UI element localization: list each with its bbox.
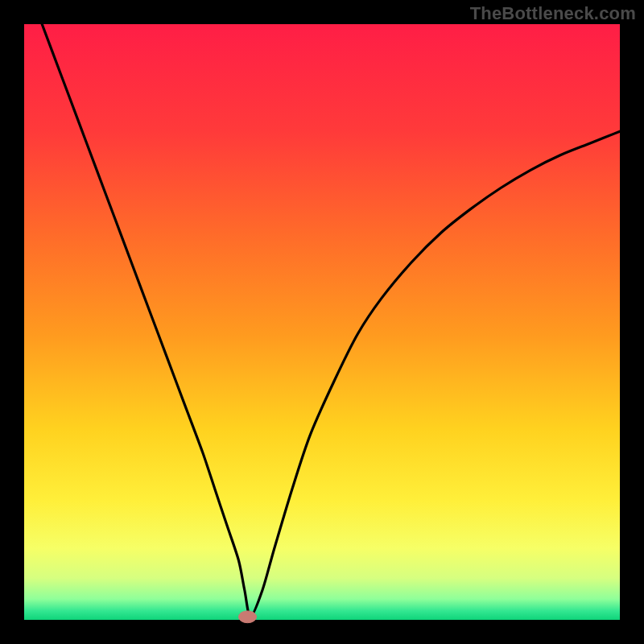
- plot-background: [24, 24, 620, 620]
- chart-frame: { "watermark": "TheBottleneck.com", "col…: [0, 0, 644, 644]
- optimum-marker: [238, 611, 256, 623]
- bottleneck-chart: [0, 0, 644, 644]
